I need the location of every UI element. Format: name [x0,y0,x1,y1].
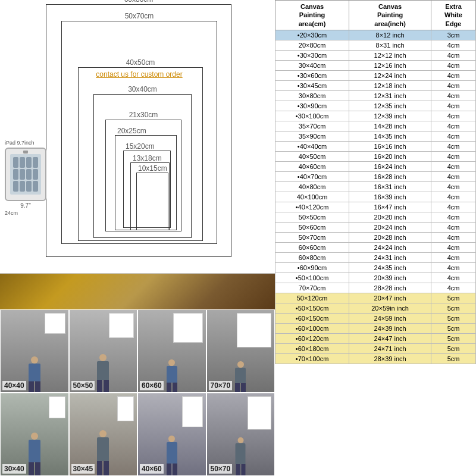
table-cell-cm: •40×70cm [275,171,349,181]
table-cell-edge: 4cm [431,202,476,212]
box-label-30x40: 30x40cm [128,85,157,93]
collage-cell-40x60: 40×60 [137,393,206,476]
box-label-21x30: 21x30cm [129,111,158,119]
table-cell-edge: 4cm [431,171,476,181]
table-cell-inch: 24×71 inch [349,343,431,353]
table-cell-inch: 20×59in inch [349,303,431,313]
table-cell-cm: 50×50cm [275,212,349,222]
ipad-section: iPad 9.7inch 17cm [5,140,46,216]
collage-cell-50x70: 50×70 [206,393,275,476]
table-cell-cm: •60×120cm [275,333,349,343]
table-cell-edge: 4cm [431,90,476,101]
table-cell-edge: 5cm [431,293,476,303]
table-cell-edge: 4cm [431,111,476,121]
table-cell-cm: 35×70cm [275,121,349,131]
table-cell-inch: 28×28 inch [349,283,431,293]
table-cell-inch: 20×28 inch [349,232,431,242]
white-box-30x45 [117,396,134,421]
table-cell-inch: 24×39 inch [349,323,431,333]
collage-cell-30x40: 30×40 [0,393,69,476]
artwork-strip [0,274,275,309]
table-cell-edge: 4cm [431,70,476,80]
header-cm: CanvasPaintingarea(cm) [275,1,349,30]
table-cell-cm: 35×90cm [275,131,349,141]
table-cell-inch: 24×31 inch [349,252,431,262]
table-cell-inch: 12×18 inch [349,80,431,90]
table-cell-cm: •50×100cm [275,273,349,283]
table-cell-inch: 20×39 inch [349,273,431,283]
table-cell-inch: 12×31 inch [349,90,431,101]
ipad-size-label: 9.7" [5,202,46,209]
table-cell-edge: 4cm [431,151,476,161]
table-cell-inch: 12×16 inch [349,60,431,70]
table-cell-cm: 40×60cm [275,161,349,171]
table-cell-edge: 4cm [431,181,476,192]
table-cell-edge: 4cm [431,141,476,151]
table-cell-cm: •60×100cm [275,323,349,333]
table-cell-inch: 28×39 inch [349,353,431,364]
dim-17: 17cm [0,171,1,184]
table-cell-inch: 24×35 inch [349,262,431,273]
box-label-20x25: 20x25cm [117,127,146,135]
table-cell-edge: 4cm [431,252,476,262]
table-cell-edge: 5cm [431,323,476,333]
table-cell-inch: 12×12 inch [349,50,431,60]
label-40x40: 40×40 [2,381,26,390]
table-cell-inch: 16×39 inch [349,192,431,202]
table-cell-cm: 30×80cm [275,90,349,101]
table-cell-edge: 4cm [431,40,476,50]
collage-cell-40x40: 40×40 [0,309,69,393]
table-cell-cm: 40×50cm [275,151,349,161]
box-label-13x18: 13x18cm [133,154,162,162]
table-cell-cm: 40×100cm [275,192,349,202]
table-cell-edge: 4cm [431,60,476,70]
table-cell-inch: 14×28 inch [349,121,431,131]
table-cell-cm: •60×150cm [275,313,349,323]
table-cell-edge: 4cm [431,262,476,273]
collage-cell-50x50: 50×50 [69,309,138,393]
table-cell-cm: •60×180cm [275,343,349,353]
table-cell-inch: 8×12 inch [349,30,431,40]
collage-cell-70x70: 70×70 [206,309,275,393]
table-cell-cm: •50×150cm [275,303,349,313]
table-cell-edge: 4cm [431,232,476,242]
table-cell-cm: •30×100cm [275,111,349,121]
collage-top-row: 40×40 50×50 [0,309,275,393]
table-cell-cm: •40×40cm [275,141,349,151]
table-cell-inch: 24×47 inch [349,333,431,343]
table-cell-cm: •40×120cm [275,202,349,212]
table-cell-cm: •20×30cm [275,30,349,40]
table-cell-edge: 5cm [431,343,476,353]
table-cell-inch: 24×24 inch [349,242,431,252]
size-table: CanvasPaintingarea(cm) CanvasPaintingare… [275,0,476,364]
header-edge: ExtraWhiteEdge [431,1,476,30]
table-cell-inch: 20×47 inch [349,293,431,303]
ipad-title: iPad 9.7inch [5,140,46,146]
label-60x60: 60×60 [140,381,164,390]
table-cell-cm: 20×80cm [275,40,349,50]
table-cell-cm: 60×60cm [275,242,349,252]
table-cell-inch: 8×31 inch [349,40,431,50]
label-30x40: 30×40 [2,464,26,474]
table-cell-inch: 20×24 inch [349,222,431,232]
size-diagram: 60x80cm 50x70cm contact us for custom or… [0,0,275,274]
table-cell-edge: 4cm [431,101,476,111]
table-cell-inch: 12×24 inch [349,70,431,80]
white-box-30x40 [49,396,65,418]
table-cell-cm: •60×90cm [275,262,349,273]
white-box-60x60 [173,313,203,343]
table-cell-edge: 5cm [431,333,476,343]
table-cell-cm: 50×120cm [275,293,349,303]
table-cell-edge: 4cm [431,273,476,283]
table-cell-edge: 4cm [431,161,476,171]
table-cell-cm: 70×70cm [275,283,349,293]
header-inch: CanvasPaintingarea(inch) [349,1,431,30]
table-cell-cm: 50×70cm [275,232,349,242]
table-cell-edge: 4cm [431,50,476,60]
table-cell-cm: 40×80cm [275,181,349,192]
table-cell-edge: 4cm [431,131,476,141]
box-label-15x20: 15x20cm [126,142,155,151]
table-cell-edge: 5cm [431,303,476,313]
table-cell-inch: 16×16 inch [349,141,431,151]
table-cell-cm: 30×40cm [275,60,349,70]
